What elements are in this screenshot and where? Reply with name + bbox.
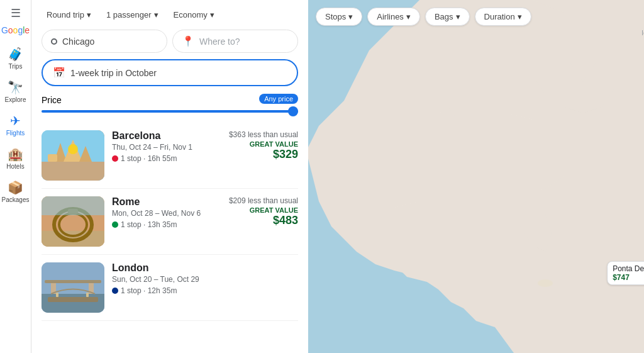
sidebar-item-packages[interactable]: 📦 Packages — [2, 176, 30, 207]
cabin-dropdown[interactable]: Economy ▾ — [169, 8, 219, 22]
price-slider[interactable] — [42, 110, 298, 113]
trip-type-dropdown[interactable]: Round trip ▾ — [42, 8, 96, 22]
airlines-chevron: ▾ — [406, 12, 411, 21]
sidebar-label-packages: Packages — [2, 196, 30, 203]
passengers-dropdown[interactable]: 1 passenger ▾ — [101, 8, 164, 22]
map-filter-bar: Stops ▾ Airlines ▾ Bags ▾ Duration ▾ — [316, 8, 531, 26]
rome-discount: $209 less than usual — [229, 196, 298, 205]
svg-rect-5 — [48, 154, 57, 162]
sidebar-label-trips: Trips — [9, 63, 23, 70]
barcelona-discount: $363 less than usual — [229, 130, 298, 139]
map-label-ponta[interactable]: Ponta Delgada$747 — [607, 261, 644, 285]
svg-rect-14 — [42, 294, 104, 313]
cabin-label: Economy — [174, 10, 208, 20]
filter-bags[interactable]: Bags ▾ — [425, 8, 470, 26]
rome-airline-icon — [112, 221, 118, 228]
results-list: Barcelona Thu, Oct 24 – Fri, Nov 1 1 sto… — [42, 123, 298, 321]
trip-type-label: Round trip — [47, 10, 84, 20]
barcelona-dates: Thu, Oct 24 – Fri, Nov 1 — [112, 143, 221, 152]
london-city: London — [112, 262, 291, 274]
passengers-arrow: ▾ — [154, 10, 158, 20]
calendar-icon: 📅 — [53, 67, 65, 79]
flights-icon: ✈ — [10, 113, 21, 128]
barcelona-pricing: $363 less than usual GREAT VALUE $329 — [229, 130, 298, 181]
sidebar-label-flights: Flights — [6, 130, 25, 137]
main-panel: Round trip ▾ 1 passenger ▾ Economy ▾ Chi… — [31, 0, 308, 353]
price-slider-thumb[interactable] — [288, 106, 298, 116]
map-svg — [308, 0, 644, 353]
sidebar-item-trips[interactable]: 🧳 Trips — [2, 43, 30, 74]
map-city-name-ponta: Ponta Delgada — [613, 264, 644, 273]
bags-chevron: ▾ — [456, 12, 460, 21]
svg-point-6 — [68, 144, 78, 154]
barcelona-svg — [42, 130, 104, 181]
filter-duration[interactable]: Duration ▾ — [475, 8, 531, 26]
result-card-rome[interactable]: Rome Mon, Oct 28 – Wed, Nov 6 1 stop · 1… — [42, 189, 298, 255]
origin-dot-icon — [51, 38, 57, 45]
rome-image — [42, 196, 104, 247]
barcelona-stops: 1 stop · 16h 55m — [112, 154, 221, 163]
passengers-label: 1 passenger — [106, 10, 152, 20]
trip-type-arrow: ▾ — [87, 10, 91, 20]
filter-airlines[interactable]: Airlines ▾ — [367, 8, 420, 26]
svg-rect-19 — [56, 293, 58, 297]
trip-controls: Round trip ▾ 1 passenger ▾ Economy ▾ — [42, 8, 298, 22]
london-airline-icon — [112, 288, 118, 294]
stops-chevron: ▾ — [348, 12, 353, 21]
barcelona-airline-icon — [112, 155, 118, 162]
filter-stops[interactable]: Stops ▾ — [316, 8, 362, 26]
london-svg — [42, 262, 104, 313]
barcelona-price: $329 — [229, 148, 298, 161]
map-panel[interactable]: Stops ▾ Airlines ▾ Bags ▾ Duration ▾ Ice… — [308, 0, 644, 353]
date-value: 1-week trip in October — [70, 68, 157, 78]
any-price-badge: Any price — [259, 94, 298, 104]
packages-icon: 📦 — [8, 180, 23, 195]
hotels-icon: 🏨 — [8, 147, 23, 162]
sidebar-item-hotels[interactable]: 🏨 Hotels — [2, 143, 30, 174]
result-card-london[interactable]: London Sun, Oct 20 – Tue, Oct 29 1 stop … — [42, 255, 298, 321]
destination-input[interactable]: 📍 Where to? — [172, 30, 298, 53]
svg-rect-1 — [42, 162, 104, 181]
sidebar-item-explore[interactable]: 🔭 Explore — [2, 76, 30, 107]
trips-icon: 🧳 — [8, 47, 23, 62]
sidebar-label-explore: Explore — [5, 96, 26, 103]
map-city-price-ponta: $747 — [613, 273, 644, 282]
sidebar-item-flights[interactable]: ✈ Flights — [2, 109, 30, 140]
rome-price: $483 — [229, 214, 298, 227]
barcelona-city: Barcelona — [112, 130, 221, 142]
price-slider-fill — [42, 110, 298, 113]
rome-value-badge: GREAT VALUE — [229, 206, 298, 214]
origin-value: Chicago — [62, 36, 94, 47]
svg-rect-20 — [86, 293, 89, 297]
hamburger-menu[interactable]: ☰ — [11, 6, 21, 20]
destination-placeholder: Where to? — [199, 36, 240, 47]
svg-rect-12 — [42, 196, 104, 215]
destination-pin-icon: 📍 — [182, 35, 194, 47]
date-input[interactable]: 📅 1-week trip in October — [42, 59, 298, 86]
rome-city: Rome — [112, 196, 221, 208]
cabin-arrow: ▾ — [210, 10, 214, 20]
price-label: Price — [42, 95, 62, 105]
sidebar-label-hotels: Hotels — [6, 163, 24, 170]
explore-icon: 🔭 — [8, 80, 23, 95]
london-dates: Sun, Oct 20 – Tue, Oct 29 — [112, 275, 291, 284]
rome-stops: 1 stop · 13h 35m — [112, 220, 221, 229]
barcelona-info: Barcelona Thu, Oct 24 – Fri, Nov 1 1 sto… — [112, 130, 221, 181]
svg-rect-18 — [48, 297, 98, 302]
rome-svg — [42, 196, 104, 247]
duration-chevron: ▾ — [518, 12, 522, 21]
origin-input[interactable]: Chicago — [42, 30, 167, 53]
svg-rect-17 — [45, 280, 101, 283]
od-inputs: Chicago 📍 Where to? — [42, 30, 298, 53]
svg-point-22 — [538, 279, 553, 287]
rome-pricing: $209 less than usual GREAT VALUE $483 — [229, 196, 298, 247]
london-stops: 1 stop · 12h 35m — [112, 286, 291, 295]
london-image — [42, 262, 104, 313]
rome-dates: Mon, Oct 28 – Wed, Nov 6 — [112, 209, 221, 218]
barcelona-value-badge: GREAT VALUE — [229, 140, 298, 148]
rome-info: Rome Mon, Oct 28 – Wed, Nov 6 1 stop · 1… — [112, 196, 221, 247]
sidebar: ☰ Google 🧳 Trips 🔭 Explore ✈ Flights 🏨 H… — [0, 0, 31, 353]
result-card-barcelona[interactable]: Barcelona Thu, Oct 24 – Fri, Nov 1 1 sto… — [42, 123, 298, 189]
price-section: Price Any price — [42, 95, 298, 113]
google-logo: Google — [1, 25, 30, 35]
